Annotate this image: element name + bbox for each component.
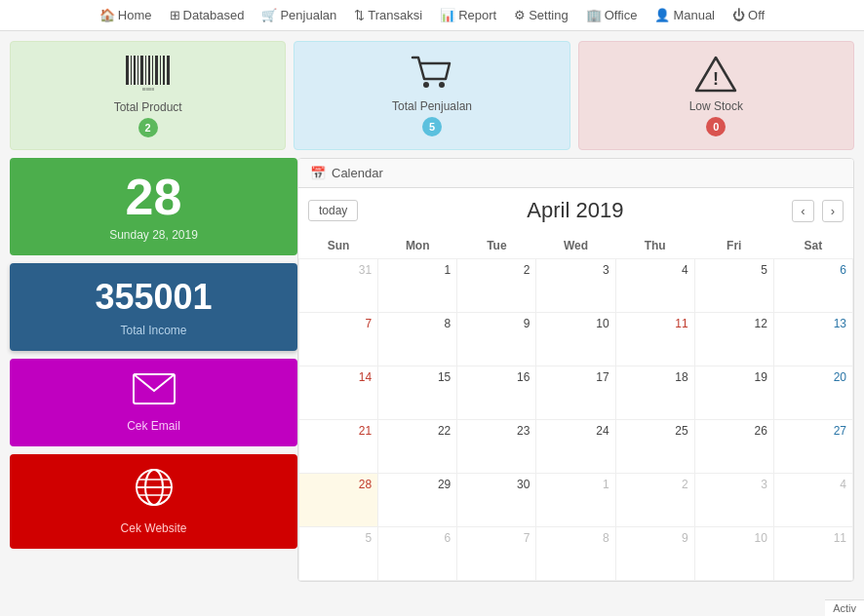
calendar-cell[interactable]: 27 — [773, 420, 852, 474]
calendar-cell[interactable]: 31 — [299, 259, 378, 313]
calendar-cell[interactable]: 7 — [299, 313, 378, 366]
table-row: 21222324252627 — [299, 420, 853, 474]
main-nav: 🏠 Home ⊞ Databased 🛒 Penjualan ⇅ Transak… — [0, 0, 864, 31]
calendar-cell[interactable]: 5 — [694, 259, 773, 313]
calendar-day-header: Mon — [378, 233, 457, 259]
nav-off[interactable]: ⏻ Off — [726, 4, 771, 26]
calendar-cell[interactable]: 5 — [299, 527, 378, 581]
email-card[interactable]: Cek Email — [10, 359, 297, 446]
calendar-cell[interactable]: 3 — [536, 259, 615, 313]
calendar-cell[interactable]: 6 — [378, 527, 457, 581]
calendar-cell[interactable]: 8 — [536, 527, 615, 581]
calendar-cell[interactable]: 13 — [773, 313, 852, 366]
table-row: 31123456 — [299, 259, 853, 313]
calendar-table: SunMonTueWedThuFriSat 311234567891011121… — [298, 233, 853, 581]
calendar-header-bar: 📅 Calendar — [298, 159, 853, 188]
svg-rect-6 — [148, 56, 150, 85]
nav-setting[interactable]: ⚙ Setting — [507, 4, 574, 26]
calendar-cell[interactable]: 14 — [299, 366, 378, 420]
svg-rect-2 — [134, 56, 136, 85]
report-icon: 📊 — [440, 8, 455, 22]
calendar-cell[interactable]: 1 — [378, 259, 457, 313]
low-stock-card: ! Low Stock 0 — [578, 41, 854, 150]
calendar-cell[interactable]: 10 — [536, 313, 615, 366]
svg-point-15 — [439, 82, 445, 88]
calendar-day-header: Tue — [457, 233, 536, 259]
setting-icon: ⚙ — [514, 8, 526, 22]
calendar-header-label: Calendar — [332, 166, 383, 180]
svg-text:!: ! — [713, 69, 719, 89]
calendar-cell[interactable]: 9 — [457, 313, 536, 366]
calendar-cell[interactable]: 2 — [615, 474, 694, 527]
calendar-cell[interactable]: 17 — [536, 366, 615, 420]
calendar-cell[interactable]: 19 — [694, 366, 773, 420]
calendar-cell[interactable]: 4 — [615, 259, 694, 313]
nav-transaksi[interactable]: ⇅ Transaksi — [347, 4, 429, 26]
income-number: 355001 — [95, 277, 212, 318]
calendar-cell[interactable]: 30 — [457, 474, 536, 527]
calendar-cell[interactable]: 22 — [378, 420, 457, 474]
total-product-card: ||||||||||| Total Product 2 — [10, 41, 286, 150]
calendar-cell[interactable]: 3 — [694, 474, 773, 527]
calendar-cell[interactable]: 9 — [615, 527, 694, 581]
table-row: 567891011 — [299, 527, 853, 581]
calendar-cell[interactable]: 1 — [536, 474, 615, 527]
office-icon: 🏢 — [586, 8, 602, 22]
svg-rect-8 — [155, 56, 158, 85]
low-stock-label: Low Stock — [689, 99, 743, 113]
nav-office[interactable]: 🏢 Office — [579, 4, 645, 26]
calendar-cell[interactable]: 18 — [615, 366, 694, 420]
calendar-cell[interactable]: 26 — [694, 420, 773, 474]
calendar-day-header: Sun — [299, 233, 378, 259]
calendar-cell[interactable]: 25 — [615, 420, 694, 474]
calendar-cell[interactable]: 24 — [536, 420, 615, 474]
warning-icon: ! — [694, 56, 737, 96]
calendar-cell[interactable]: 11 — [615, 313, 694, 366]
calendar-cell[interactable]: 21 — [299, 420, 378, 474]
calendar-day-header: Sat — [773, 233, 852, 259]
calendar-cell[interactable]: 2 — [457, 259, 536, 313]
nav-databased[interactable]: ⊞ Databased — [163, 4, 252, 26]
calendar-icon: 📅 — [310, 166, 326, 180]
barcode-icon: ||||||||||| — [124, 54, 173, 96]
nav-report[interactable]: 📊 Report — [433, 4, 503, 26]
today-button[interactable]: today — [308, 200, 358, 221]
next-month-button[interactable]: › — [822, 200, 844, 222]
calendar-body: 3112345678910111213141516171819202122232… — [299, 259, 853, 581]
calendar-cell[interactable]: 23 — [457, 420, 536, 474]
website-card[interactable]: Cek Website — [10, 454, 297, 549]
calendar-cell[interactable]: 7 — [457, 527, 536, 581]
website-label: Cek Website — [121, 521, 187, 535]
calendar-cell[interactable]: 28 — [299, 474, 378, 527]
calendar-cell[interactable]: 12 — [694, 313, 773, 366]
total-product-label: Total Product — [114, 100, 182, 114]
calendar-nav: today April 2019 ‹ › — [298, 188, 853, 233]
calendar-cell[interactable]: 8 — [378, 313, 457, 366]
date-label: Sunday 28, 2019 — [109, 228, 198, 242]
svg-rect-9 — [160, 56, 161, 85]
calendar-cell[interactable]: 20 — [773, 366, 852, 420]
date-number: 28 — [126, 172, 182, 222]
calendar-cell[interactable]: 15 — [378, 366, 457, 420]
calendar-cell[interactable]: 4 — [773, 474, 852, 527]
prev-month-button[interactable]: ‹ — [792, 200, 813, 222]
svg-rect-3 — [137, 56, 138, 85]
calendar-cell[interactable]: 10 — [694, 527, 773, 581]
table-row: 78910111213 — [299, 313, 853, 366]
calendar-cell[interactable]: 6 — [773, 259, 852, 313]
calendar-cell[interactable]: 16 — [457, 366, 536, 420]
calendar-cell[interactable]: 29 — [378, 474, 457, 527]
svg-text:|||||||||||: ||||||||||| — [142, 87, 153, 91]
calendar-cell[interactable]: 11 — [773, 527, 852, 581]
nav-home[interactable]: 🏠 Home — [93, 4, 159, 26]
date-card: 28 Sunday 28, 2019 — [10, 158, 297, 255]
manual-icon: 👤 — [654, 8, 670, 22]
home-icon: 🏠 — [99, 8, 115, 22]
nav-penjualan[interactable]: 🛒 Penjualan — [255, 4, 343, 26]
total-penjualan-badge: 5 — [422, 117, 442, 136]
nav-manual[interactable]: 👤 Manual — [648, 4, 722, 26]
calendar-header-row: SunMonTueWedThuFriSat — [299, 233, 853, 259]
databased-icon: ⊞ — [170, 8, 180, 22]
transaksi-icon: ⇅ — [354, 8, 365, 22]
month-year-label: April 2019 — [366, 198, 784, 223]
